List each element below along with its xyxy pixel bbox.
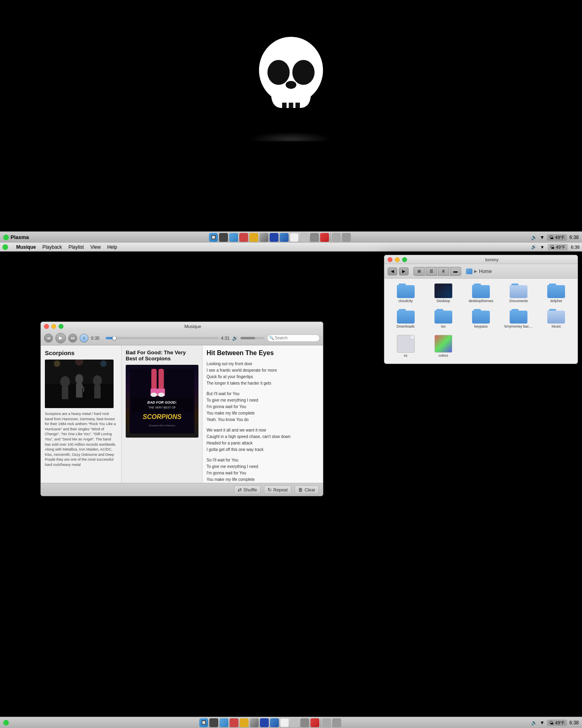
folder-label-downloads: Downloads [396,324,415,328]
desktop-thumbnail-icon [434,284,452,298]
finder-item-desktop[interactable]: Desktop [425,282,461,306]
lyrics-text: Looking out my front door I see a franti… [207,361,319,483]
progress-bar[interactable] [105,337,219,339]
svg-text:THE VERY BEST OF: THE VERY BEST OF [148,406,176,409]
player-close-btn[interactable] [44,324,49,329]
player-title: Musique [66,324,320,329]
progress-knob[interactable] [112,336,116,340]
weather-icon: 🌤 [549,235,554,240]
dock-icon-7[interactable] [280,233,289,242]
dock-icon-2[interactable] [229,233,238,242]
dock-icon-b9[interactable] [290,718,299,727]
menu-playback[interactable]: Playback [42,244,62,250]
player-maximize-btn[interactable] [59,324,63,329]
view-list-btn[interactable]: ☰ [426,267,437,276]
view-icon-btn[interactable]: ⊞ [413,267,425,276]
dock-icon-8[interactable] [290,233,299,242]
play-btn[interactable]: ▶ [55,333,66,343]
apple-btn-bottom[interactable] [2,244,8,250]
ss-file-icon [397,335,415,353]
lyrics-verse1: Looking out my front door I see a franti… [207,361,319,387]
dock-icon-12[interactable] [332,233,341,242]
finder-item-keypass[interactable]: keypass [463,307,499,331]
dock-icon-b6[interactable] [260,718,269,727]
finder-item-ss[interactable]: ss [388,333,424,360]
lyrics-chorus2: So I'll wait for You To give me everythi… [207,457,319,483]
svg-point-14 [100,360,107,367]
song-title: Hit Between The Eyes [207,349,319,357]
dock-icon-b12[interactable] [322,718,331,727]
dock-icon-1[interactable] [219,233,228,242]
clear-label: Clear [305,487,315,492]
dock-icon-b4[interactable] [240,718,249,727]
artist-image [45,360,114,408]
finder-item-dolpher[interactable]: dolpher [538,282,574,306]
dock-icon-b8[interactable] [280,718,289,727]
svg-rect-7 [62,387,68,399]
svg-point-12 [54,360,60,367]
window-close-btn[interactable] [388,257,392,262]
svg-rect-21 [131,398,192,412]
prev-btn[interactable]: ⏮ [44,334,53,343]
finder-dock-icon[interactable]: 🔲 [209,233,218,242]
finder-item-cloudcity[interactable]: cloudcity [388,282,424,306]
shuffle-btn[interactable]: ⇄ Shuffle [234,485,261,494]
view-column-btn[interactable]: ⏸ [438,267,449,276]
finder-dock-icon-bottom[interactable]: 🔲 [199,718,208,727]
dock-icon-b1[interactable] [209,718,218,727]
menu-app-name[interactable]: Musique [16,244,36,250]
dock-icon-10[interactable] [310,233,319,242]
window-minimize-btn[interactable] [395,257,400,262]
finder-content: cloudcity Desktop desktopthemes Document… [384,279,578,364]
dock-icon-b7[interactable] [270,718,279,727]
folder-label-desktopthemes: desktopthemes [468,299,493,303]
menu-help[interactable]: Help [107,244,117,250]
apple-menu-btn[interactable] [3,235,9,240]
desktop-top: Plasma 🔲 🔊 ▼ 🌤 [0,0,582,243]
window-maximize-btn[interactable] [402,257,407,262]
view-coverflow-btn[interactable]: ▬ [450,267,461,276]
dock-icon-b13[interactable] [332,718,341,727]
dock-icon-b10[interactable] [300,718,309,727]
volume-icon-player: 🔊 [232,335,238,341]
finder-item-colors[interactable]: colors [425,333,461,360]
folder-label-cloudcity: cloudcity [399,299,413,303]
finder-item-kmymoney[interactable]: kmymoney backup [501,307,537,331]
menu-playlist[interactable]: Playlist [68,244,84,250]
finder-item-documents[interactable]: Documents [501,282,537,306]
clear-btn[interactable]: 🗑 Clear [295,485,319,494]
dock-icon-b3[interactable] [230,718,238,727]
repeat-btn[interactable]: ↻ Repeat [264,485,291,494]
desktop-bottom: Musique Playback Playlist View Help 🔊 ▼ … [0,243,582,728]
dock-icon-b5[interactable] [250,718,259,727]
search-input[interactable] [267,334,320,342]
dock-icon-b2[interactable] [219,718,228,727]
dock-icon-13[interactable] [342,233,351,242]
info-btn[interactable]: i [80,334,89,343]
finder-item-music[interactable]: Music [538,307,574,331]
finder-item-desktopthemes[interactable]: desktopthemes [463,282,499,306]
shuffle-icon: ⇄ [238,487,242,493]
dock-icon-b11[interactable] [310,718,319,727]
player-content: Scorpions [41,345,323,483]
dock-icon-11[interactable] [320,233,329,242]
dock-icon-5[interactable] [259,233,268,242]
dock-icon-9[interactable] [300,233,309,242]
menu-view[interactable]: View [90,244,101,250]
weather-icon-bottom: 🌤 [550,245,555,250]
search-icon: 🔍 [269,336,274,340]
dock-icon-3[interactable] [239,233,248,242]
svg-point-2 [292,60,314,85]
finder-item-iso[interactable]: iso [425,307,461,331]
finder-forward-btn[interactable]: ▶ [399,267,409,275]
apple-btn-taskbar-bottom[interactable] [3,720,9,726]
player-minimize-btn[interactable] [51,324,56,329]
finder-item-downloads[interactable]: Downloads [388,307,424,331]
dock-icon-6[interactable] [270,233,278,242]
volume-slider[interactable] [240,337,265,339]
total-time: 4:31 [221,336,230,341]
dock-icon-4[interactable] [249,233,258,242]
next-btn[interactable]: ⏭ [68,334,77,343]
dock-separator-bottom [321,719,321,727]
finder-back-btn[interactable]: ◀ [388,267,397,275]
